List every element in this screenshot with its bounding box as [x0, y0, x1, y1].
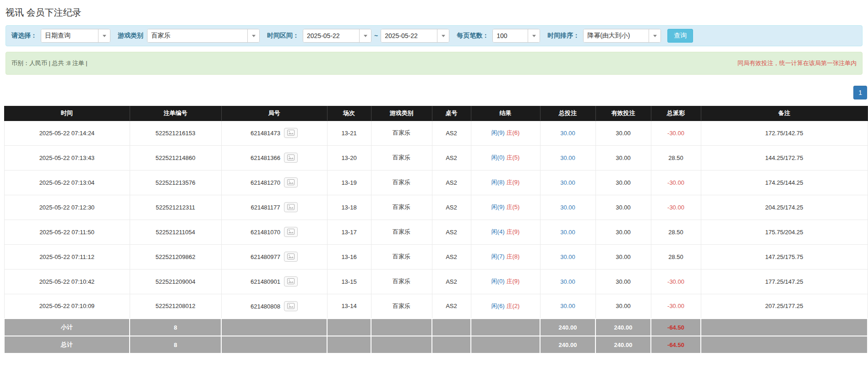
session: 13-18	[327, 195, 371, 220]
sort-label: 时间排序：	[547, 32, 579, 40]
remark: 147.25/175.75	[701, 244, 868, 269]
total-bet-link[interactable]: 30.00	[540, 145, 595, 170]
bet-id: 522521208012	[130, 294, 221, 319]
sort-input[interactable]	[584, 29, 649, 42]
total-label: 总计	[4, 336, 130, 353]
valid-bet: 30.00	[595, 195, 651, 220]
game-type: 百家乐	[371, 269, 432, 294]
query-type-combobox	[41, 29, 110, 43]
query-type-dropdown-button[interactable]	[98, 29, 110, 42]
subtotal-total-bet: 240.00	[540, 319, 595, 336]
page-size-input[interactable]	[493, 29, 528, 42]
empty-cell	[327, 336, 371, 353]
table-no: AS2	[432, 294, 471, 319]
round-image-button[interactable]	[284, 252, 298, 262]
session: 13-21	[327, 121, 371, 145]
valid-bet: 30.00	[595, 121, 651, 145]
game-type: 百家乐	[371, 195, 432, 220]
result-player: 闲(0)	[491, 154, 505, 161]
image-icon	[287, 229, 295, 235]
chevron-down-icon	[103, 35, 106, 37]
range-separator: ~	[374, 32, 378, 39]
game-type-dropdown-button[interactable]	[247, 29, 259, 42]
valid-bet: 30.00	[595, 170, 651, 195]
table-row: 2025-05-22 07:12:30 522521212311 6214811…	[4, 195, 868, 220]
round-id-cell: 621481270	[221, 170, 327, 195]
total-bet-link[interactable]: 30.00	[540, 294, 595, 319]
col-time: 时间	[4, 106, 130, 121]
round-id-cell: 621480977	[221, 244, 327, 269]
page-1-button[interactable]: 1	[853, 86, 867, 99]
image-icon	[287, 204, 295, 210]
round-id-cell: 621481070	[221, 220, 327, 244]
round-image-button[interactable]	[284, 128, 298, 138]
bet-id: 522521212311	[130, 195, 221, 220]
session: 13-17	[327, 220, 371, 244]
round-image-button[interactable]	[284, 153, 298, 163]
total-bet-link[interactable]: 30.00	[540, 121, 595, 145]
result-banker: 庄(2)	[507, 303, 520, 309]
round-image-button[interactable]	[284, 202, 298, 212]
sort-dropdown-button[interactable]	[649, 29, 661, 42]
empty-cell	[471, 319, 540, 336]
round-id: 621481177	[251, 204, 280, 211]
col-session: 场次	[327, 106, 371, 121]
bet-time: 2025-05-22 07:11:50	[4, 220, 130, 244]
round-id-cell: 621480901	[221, 269, 327, 294]
bet-time: 2025-05-22 07:13:04	[4, 170, 130, 195]
game-type-input[interactable]	[147, 29, 247, 42]
table-row: 2025-05-22 07:13:04 522521213576 6214812…	[4, 170, 868, 195]
col-payout: 总派彩	[651, 106, 701, 121]
bet-records-table: 时间 注单编号 局号 场次 游戏类别 桌号 结果 总投注 有效投注 总派彩 备注…	[4, 106, 868, 354]
round-image-button[interactable]	[284, 227, 298, 237]
game-type-combobox	[147, 29, 260, 43]
filter-bar: 请选择： 游戏类别 时间区间： ~ 每页笔数： 时间排序：	[5, 25, 863, 46]
subtotal-count: 8	[130, 319, 221, 336]
remark: 175.75/204.25	[701, 220, 868, 244]
payout-cell: 28.50	[651, 244, 701, 269]
round-image-button[interactable]	[284, 177, 298, 187]
total-bet-link[interactable]: 30.00	[540, 269, 595, 294]
total-bet-link[interactable]: 30.00	[540, 244, 595, 269]
round-image-button[interactable]	[284, 301, 298, 311]
date-to-input[interactable]	[381, 29, 437, 42]
total-valid-bet: 240.00	[595, 336, 651, 353]
round-id-cell: 621481366	[221, 145, 327, 170]
remark: 172.75/142.75	[701, 121, 868, 145]
result-player: 闲(7)	[491, 253, 505, 260]
chevron-down-icon	[442, 35, 445, 37]
date-from-dropdown-button[interactable]	[359, 29, 371, 42]
round-image-button[interactable]	[284, 276, 298, 286]
payout-cell: -30.00	[651, 294, 701, 319]
game-type: 百家乐	[371, 121, 432, 145]
date-from-input[interactable]	[303, 29, 359, 42]
valid-bet: 30.00	[595, 294, 651, 319]
remark: 177.25/147.25	[701, 269, 868, 294]
query-type-input[interactable]	[41, 29, 98, 42]
bet-id: 522521211054	[130, 220, 221, 244]
payout-cell: -30.00	[651, 121, 701, 145]
date-to-dropdown-button[interactable]	[437, 29, 449, 42]
total-bet-link[interactable]: 30.00	[540, 170, 595, 195]
col-total-bet: 总投注	[540, 106, 595, 121]
image-icon	[287, 253, 295, 259]
image-icon	[287, 130, 295, 136]
search-button[interactable]: 查询	[667, 29, 693, 43]
session: 13-20	[327, 145, 371, 170]
chevron-down-icon	[364, 35, 367, 37]
total-bet-link[interactable]: 30.00	[540, 220, 595, 244]
page-size-dropdown-button[interactable]	[528, 29, 540, 42]
table-no: AS2	[432, 145, 471, 170]
result-cell: 闲(4)庄(9)	[471, 220, 540, 244]
pagination: 1	[1, 86, 867, 99]
subtotal-valid-bet: 240.00	[595, 319, 651, 336]
result-cell: 闲(0)庄(9)	[471, 269, 540, 294]
remark: 174.25/144.25	[701, 170, 868, 195]
total-bet-link[interactable]: 30.00	[540, 195, 595, 220]
round-id-cell: 621481177	[221, 195, 327, 220]
round-id: 621481473	[251, 130, 280, 137]
valid-bet: 30.00	[595, 244, 651, 269]
payout-cell: 28.50	[651, 220, 701, 244]
image-icon	[287, 303, 295, 309]
empty-cell	[221, 319, 327, 336]
